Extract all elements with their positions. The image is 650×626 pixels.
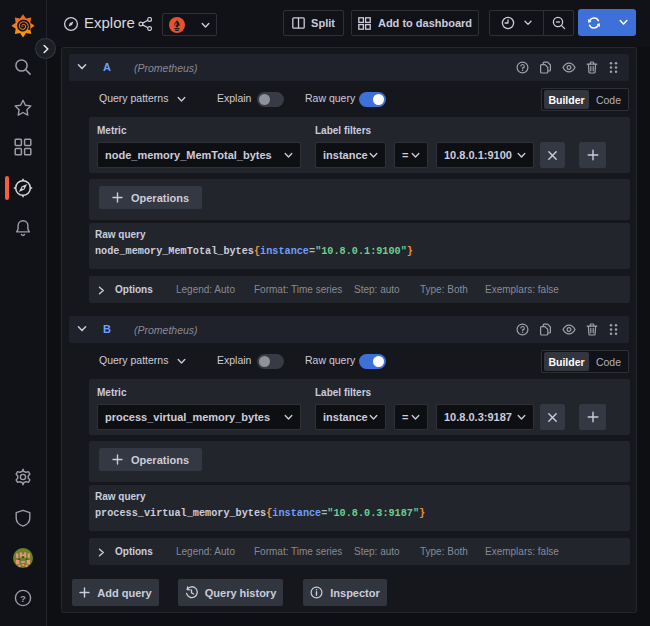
svg-text:?: ? bbox=[20, 593, 26, 604]
